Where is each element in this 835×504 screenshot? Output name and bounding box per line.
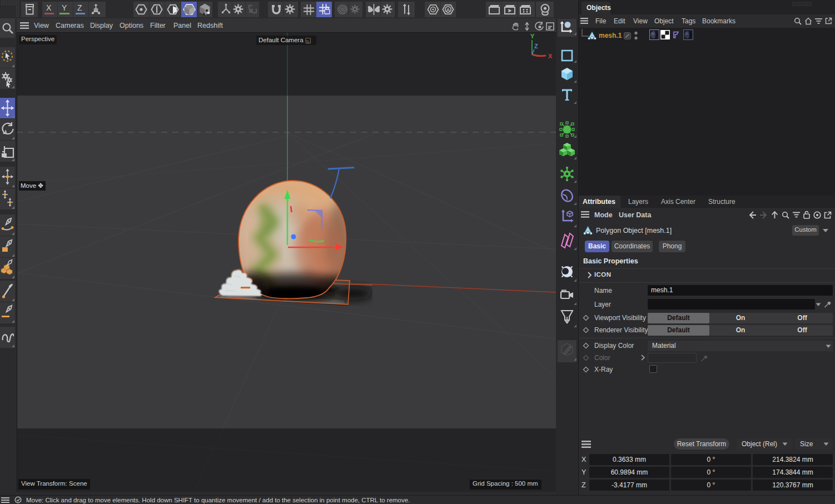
svg-text:Z: Z [534,43,538,49]
svg-text:Y: Y [530,33,535,39]
svg-text:X: X [548,53,553,59]
svg-text:A: A [446,7,450,13]
